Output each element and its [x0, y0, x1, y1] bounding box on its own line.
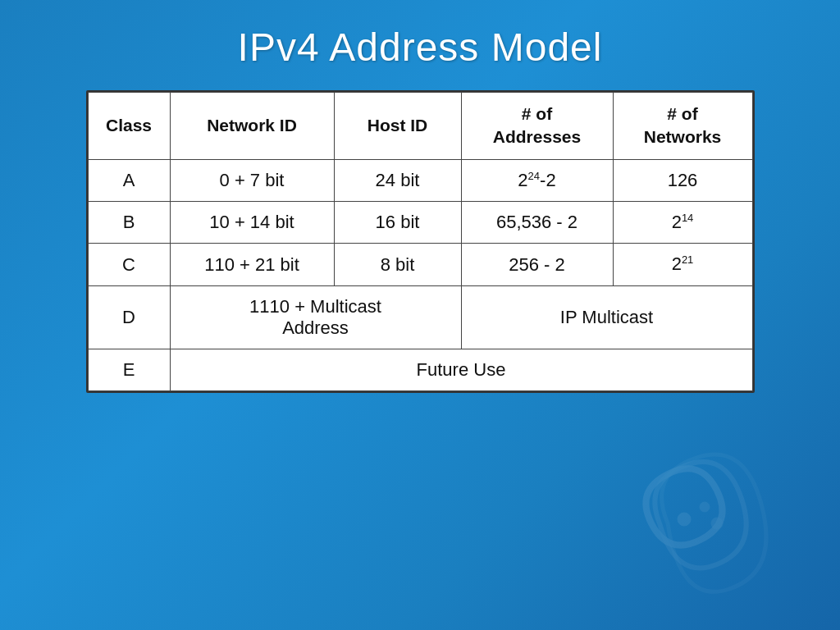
header-network-id: Network ID — [170, 93, 334, 160]
header-num-addresses: # ofAddresses — [461, 93, 613, 160]
row-b-network: 10 + 14 bit — [170, 202, 334, 244]
row-b-addresses: 65,536 - 2 — [461, 202, 613, 244]
table-row: B 10 + 14 bit 16 bit 65,536 - 2 214 — [88, 202, 752, 244]
header-host-id: Host ID — [334, 93, 461, 160]
svg-point-2 — [711, 518, 723, 529]
row-e-future: Future Use — [170, 349, 752, 390]
ipv4-table-container: Class Network ID Host ID # ofAddresses #… — [86, 90, 755, 393]
table-header-row: Class Network ID Host ID # ofAddresses #… — [88, 93, 752, 160]
table-row: E Future Use — [88, 349, 752, 390]
row-b-class: B — [88, 202, 170, 244]
header-class: Class — [88, 93, 170, 160]
row-c-class: C — [88, 244, 170, 285]
row-d-network: 1110 + MulticastAddress — [170, 285, 461, 349]
row-c-host: 8 bit — [334, 244, 461, 285]
row-b-host: 16 bit — [334, 202, 461, 244]
row-d-multicast: IP Multicast — [461, 285, 752, 349]
background-decoration — [586, 441, 791, 605]
row-a-class: A — [88, 159, 170, 201]
row-e-class: E — [88, 349, 170, 390]
page-title: IPv4 Address Model — [238, 25, 603, 70]
row-a-network: 0 + 7 bit — [170, 159, 334, 201]
svg-point-1 — [700, 502, 710, 512]
row-a-host: 24 bit — [334, 159, 461, 201]
table-row: D 1110 + MulticastAddress IP Multicast — [88, 285, 752, 349]
row-c-addresses: 256 - 2 — [461, 244, 613, 285]
table-row: A 0 + 7 bit 24 bit 224-2 126 — [88, 159, 752, 201]
row-c-network: 110 + 21 bit — [170, 244, 334, 285]
row-b-networks: 214 — [613, 202, 752, 244]
row-a-networks: 126 — [613, 159, 752, 201]
row-d-class: D — [88, 285, 170, 349]
table-row: C 110 + 21 bit 8 bit 256 - 2 221 — [88, 244, 752, 285]
ipv4-address-table: Class Network ID Host ID # ofAddresses #… — [88, 92, 753, 391]
svg-point-0 — [678, 513, 691, 526]
header-num-networks: # ofNetworks — [613, 93, 752, 160]
row-a-addresses: 224-2 — [461, 159, 613, 201]
row-c-networks: 221 — [613, 244, 752, 285]
